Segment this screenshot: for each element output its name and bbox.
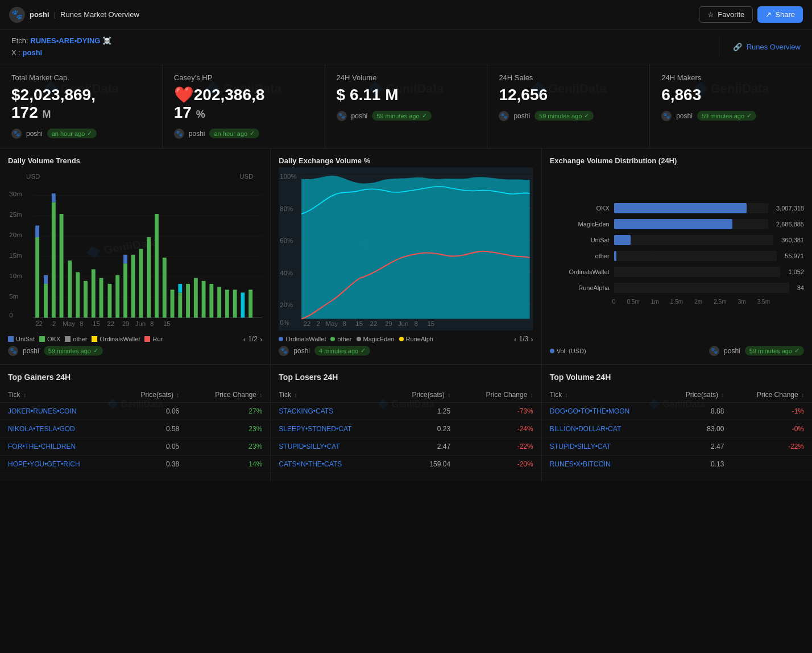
watermark-3: 🔷 GeniiData bbox=[531, 81, 607, 96]
header-actions: ☆ Favorite ↗ Share bbox=[699, 6, 803, 23]
time-chart-ed: 59 minutes ago bbox=[749, 348, 792, 354]
table-row: FOR•THE•CHILDREN0.0523% bbox=[0, 437, 270, 455]
page-nav-exchange-pct: ‹ 1/3 › bbox=[514, 335, 533, 344]
legend-okx-label: OKX bbox=[47, 336, 60, 342]
svg-text:30m: 30m bbox=[9, 191, 22, 197]
svg-rect-49 bbox=[178, 292, 182, 317]
tick-link[interactable]: STUPID•SILLY•CAT bbox=[550, 443, 611, 451]
avatar-4: 🐾 bbox=[661, 111, 672, 121]
svg-text:40%: 40% bbox=[280, 270, 293, 276]
svg-rect-36 bbox=[84, 280, 88, 317]
etch-link[interactable]: RUNES•ARE•DYING ☠️ bbox=[30, 36, 111, 45]
legend-unisat: UniSat bbox=[8, 336, 35, 342]
next-page-pct[interactable]: › bbox=[531, 335, 533, 344]
svg-text:15: 15 bbox=[163, 320, 171, 326]
table-top-volume: Top Volume 24H 🔷 GeniiData Tick ↕ Price(… bbox=[542, 365, 812, 481]
legend-vol-label: Vol. (USD) bbox=[557, 348, 586, 354]
svg-text:2: 2 bbox=[317, 320, 320, 326]
share-button[interactable]: ↗ Share bbox=[757, 6, 803, 23]
col-tick-losers: Tick ↕ bbox=[271, 387, 387, 403]
losers-table: Tick ↕ Price(sats) ↕ Price Change ↕ STAC… bbox=[271, 387, 541, 473]
header-separator: | bbox=[54, 10, 56, 19]
svg-text:22: 22 bbox=[35, 320, 43, 326]
legend-me-pct-color bbox=[357, 337, 361, 341]
legend-ow-pct-label: OrdinalsWallet bbox=[285, 336, 326, 342]
table-row: SLEEPY•STONED•CAT0.23-24% bbox=[271, 420, 541, 437]
x-row: X : poshi bbox=[11, 48, 705, 57]
legend-unisat-label: UniSat bbox=[16, 336, 35, 342]
tick-link[interactable]: STACKING•CATS bbox=[279, 407, 333, 415]
svg-text:May: May bbox=[326, 320, 338, 326]
change-cell: -22% bbox=[458, 437, 541, 455]
time-chart-ep: 4 minutes ago bbox=[319, 348, 358, 354]
svg-rect-27 bbox=[35, 237, 39, 317]
svg-text:8: 8 bbox=[343, 320, 346, 326]
chart-footer-exchange-pct: OrdinalsWallet other MagicEden RuneAlph … bbox=[279, 335, 533, 344]
metric-24h-volume: 24H Volume 🔷 GeniiData $ 6.11 M 🐾 poshi … bbox=[325, 64, 488, 148]
legend-vol-usd: Vol. (USD) bbox=[550, 348, 586, 354]
tick-link[interactable]: DOG•GO•TO•THE•MOON bbox=[550, 407, 630, 415]
next-page-volume[interactable]: › bbox=[260, 335, 262, 344]
svg-rect-32 bbox=[52, 193, 56, 202]
bar-row: MagicEden2,686,885 bbox=[550, 219, 804, 229]
tick-link[interactable]: HOPE•YOU•GET•RICH bbox=[8, 460, 80, 468]
x-link[interactable]: poshi bbox=[23, 48, 43, 57]
user-2: poshi bbox=[351, 112, 368, 120]
chart-title-exchange-pct: Daily Exchange Volume % bbox=[279, 156, 533, 165]
badge-time-1: an hour ago ✓ bbox=[209, 129, 259, 138]
tick-link[interactable]: JOKER•RUNES•COIN bbox=[8, 407, 76, 415]
svg-text:22: 22 bbox=[304, 320, 311, 326]
metric-cards-row: Total Market Cap. 🔷 GeniiData $2,023,869… bbox=[0, 64, 812, 148]
tick-link[interactable]: BILLION•DOLLAR•CAT bbox=[550, 425, 622, 433]
table-row: JOKER•RUNES•COIN0.0627% bbox=[0, 402, 270, 420]
page-num-volume: 1/2 bbox=[248, 335, 258, 343]
legend-rur-label: Rur bbox=[152, 336, 163, 342]
change-cell: -24% bbox=[458, 420, 541, 437]
favorite-button[interactable]: ☆ Favorite bbox=[699, 6, 753, 23]
metric-footer-1: 🐾 poshi an hour ago ✓ bbox=[174, 129, 313, 139]
svg-text:Jun: Jun bbox=[398, 320, 408, 326]
tick-link[interactable]: RUNES•X•BITCOIN bbox=[550, 460, 611, 468]
svg-text:10m: 10m bbox=[9, 272, 22, 279]
watermark-4: 🔷 GeniiData bbox=[693, 81, 769, 96]
svg-text:8: 8 bbox=[415, 320, 418, 326]
table-row: HOPE•YOU•GET•RICH0.3814% bbox=[0, 455, 270, 473]
metric-total-market-cap: Total Market Cap. 🔷 GeniiData $2,023,869… bbox=[0, 64, 163, 148]
watermark-0: 🔷 GeniiData bbox=[43, 81, 119, 96]
table-title-volume: Top Volume 24H bbox=[542, 373, 812, 387]
change-cell: 27% bbox=[187, 402, 270, 420]
table-title-losers: Top Losers 24H bbox=[271, 373, 541, 387]
legend-runealpha-pct: RuneAlph bbox=[399, 336, 433, 342]
svg-text:15: 15 bbox=[93, 320, 100, 326]
legend-ow-label: OrdinalsWallet bbox=[100, 336, 140, 342]
check-chart-dv: ✓ bbox=[93, 347, 98, 354]
metric-footer-0: 🐾 poshi an hour ago ✓ bbox=[11, 129, 151, 139]
legend-okx: OKX bbox=[39, 336, 60, 342]
svg-rect-55 bbox=[217, 287, 221, 317]
tick-link[interactable]: NIKOLA•TESLA•GOD bbox=[8, 425, 75, 433]
price-cell: 2.47 bbox=[387, 437, 458, 455]
prev-page-volume[interactable]: ‹ bbox=[243, 335, 246, 344]
tick-link[interactable]: FOR•THE•CHILDREN bbox=[8, 443, 76, 451]
time-0: an hour ago bbox=[52, 130, 85, 137]
svg-rect-46 bbox=[155, 214, 159, 317]
price-cell: 0.58 bbox=[115, 420, 187, 437]
tick-link[interactable]: CATS•IN•THE•CATS bbox=[279, 460, 342, 468]
bar-row: RuneAlpha34 bbox=[550, 283, 804, 293]
legend-me-pct-label: MagicEden bbox=[363, 336, 395, 342]
svg-text:15: 15 bbox=[356, 320, 363, 326]
runes-overview-link[interactable]: Runes Overview bbox=[747, 43, 801, 51]
svg-rect-57 bbox=[233, 290, 237, 317]
tick-link[interactable]: SLEEPY•STONED•CAT bbox=[279, 425, 351, 433]
change-cell: 23% bbox=[187, 420, 270, 437]
tick-link[interactable]: STUPID•SILLY•CAT bbox=[279, 443, 339, 451]
time-3: 59 minutes ago bbox=[539, 113, 582, 119]
gainers-table: Tick ↕ Price(sats) ↕ Price Change ↕ JOKE… bbox=[0, 387, 270, 473]
prev-page-pct[interactable]: ‹ bbox=[514, 335, 516, 344]
price-cell: 0.13 bbox=[663, 455, 732, 473]
bar-row: UniSat360,381 bbox=[550, 235, 804, 245]
legend-unisat-color bbox=[8, 336, 14, 342]
favorite-label: Favorite bbox=[718, 10, 744, 19]
col-change-gainers: Price Change ↕ bbox=[187, 387, 270, 403]
time-1: an hour ago bbox=[214, 130, 247, 137]
